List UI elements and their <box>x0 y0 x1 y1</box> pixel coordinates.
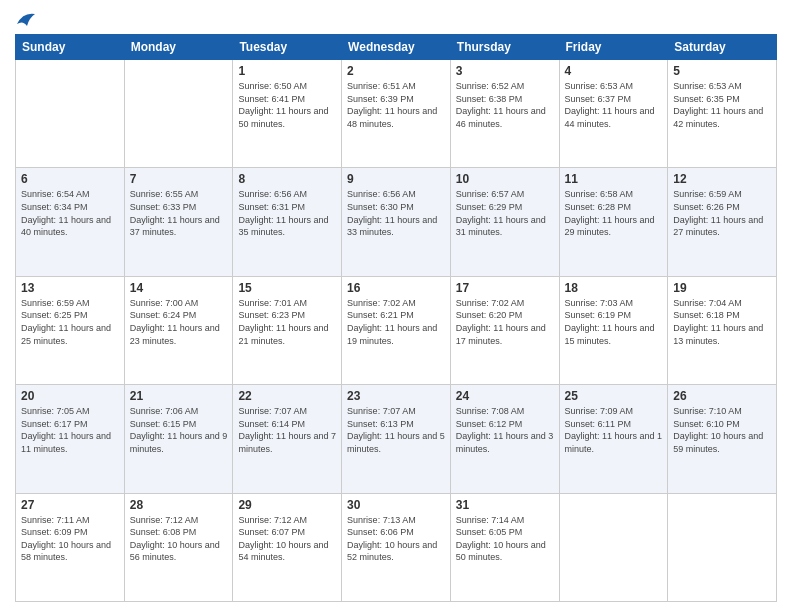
day-info: Sunrise: 6:59 AMSunset: 6:26 PMDaylight:… <box>673 188 771 238</box>
header-wednesday: Wednesday <box>342 35 451 60</box>
day-number: 16 <box>347 281 445 295</box>
day-number: 14 <box>130 281 228 295</box>
calendar-week-row: 1Sunrise: 6:50 AMSunset: 6:41 PMDaylight… <box>16 60 777 168</box>
day-info: Sunrise: 6:55 AMSunset: 6:33 PMDaylight:… <box>130 188 228 238</box>
table-row: 19Sunrise: 7:04 AMSunset: 6:18 PMDayligh… <box>668 276 777 384</box>
table-row: 9Sunrise: 6:56 AMSunset: 6:30 PMDaylight… <box>342 168 451 276</box>
table-row: 15Sunrise: 7:01 AMSunset: 6:23 PMDayligh… <box>233 276 342 384</box>
day-info: Sunrise: 6:54 AMSunset: 6:34 PMDaylight:… <box>21 188 119 238</box>
header-sunday: Sunday <box>16 35 125 60</box>
table-row: 17Sunrise: 7:02 AMSunset: 6:20 PMDayligh… <box>450 276 559 384</box>
day-number: 2 <box>347 64 445 78</box>
day-info: Sunrise: 7:05 AMSunset: 6:17 PMDaylight:… <box>21 405 119 455</box>
day-number: 7 <box>130 172 228 186</box>
day-info: Sunrise: 7:07 AMSunset: 6:14 PMDaylight:… <box>238 405 336 455</box>
day-number: 30 <box>347 498 445 512</box>
table-row: 11Sunrise: 6:58 AMSunset: 6:28 PMDayligh… <box>559 168 668 276</box>
header-saturday: Saturday <box>668 35 777 60</box>
table-row: 21Sunrise: 7:06 AMSunset: 6:15 PMDayligh… <box>124 385 233 493</box>
day-number: 1 <box>238 64 336 78</box>
day-info: Sunrise: 6:56 AMSunset: 6:31 PMDaylight:… <box>238 188 336 238</box>
table-row: 3Sunrise: 6:52 AMSunset: 6:38 PMDaylight… <box>450 60 559 168</box>
day-number: 6 <box>21 172 119 186</box>
table-row: 18Sunrise: 7:03 AMSunset: 6:19 PMDayligh… <box>559 276 668 384</box>
day-number: 19 <box>673 281 771 295</box>
page: Sunday Monday Tuesday Wednesday Thursday… <box>0 0 792 612</box>
header-thursday: Thursday <box>450 35 559 60</box>
calendar-week-row: 6Sunrise: 6:54 AMSunset: 6:34 PMDaylight… <box>16 168 777 276</box>
day-number: 12 <box>673 172 771 186</box>
day-info: Sunrise: 6:53 AMSunset: 6:35 PMDaylight:… <box>673 80 771 130</box>
calendar-week-row: 27Sunrise: 7:11 AMSunset: 6:09 PMDayligh… <box>16 493 777 601</box>
day-number: 24 <box>456 389 554 403</box>
day-number: 8 <box>238 172 336 186</box>
table-row: 24Sunrise: 7:08 AMSunset: 6:12 PMDayligh… <box>450 385 559 493</box>
day-number: 20 <box>21 389 119 403</box>
table-row <box>16 60 125 168</box>
day-number: 28 <box>130 498 228 512</box>
table-row: 25Sunrise: 7:09 AMSunset: 6:11 PMDayligh… <box>559 385 668 493</box>
day-number: 11 <box>565 172 663 186</box>
day-number: 29 <box>238 498 336 512</box>
header-friday: Friday <box>559 35 668 60</box>
day-info: Sunrise: 7:13 AMSunset: 6:06 PMDaylight:… <box>347 514 445 564</box>
day-number: 3 <box>456 64 554 78</box>
table-row: 14Sunrise: 7:00 AMSunset: 6:24 PMDayligh… <box>124 276 233 384</box>
table-row: 8Sunrise: 6:56 AMSunset: 6:31 PMDaylight… <box>233 168 342 276</box>
header <box>15 10 777 28</box>
table-row: 6Sunrise: 6:54 AMSunset: 6:34 PMDaylight… <box>16 168 125 276</box>
table-row: 27Sunrise: 7:11 AMSunset: 6:09 PMDayligh… <box>16 493 125 601</box>
header-tuesday: Tuesday <box>233 35 342 60</box>
table-row <box>559 493 668 601</box>
logo <box>15 10 37 28</box>
day-info: Sunrise: 7:01 AMSunset: 6:23 PMDaylight:… <box>238 297 336 347</box>
day-info: Sunrise: 6:50 AMSunset: 6:41 PMDaylight:… <box>238 80 336 130</box>
day-number: 21 <box>130 389 228 403</box>
calendar-week-row: 13Sunrise: 6:59 AMSunset: 6:25 PMDayligh… <box>16 276 777 384</box>
table-row: 10Sunrise: 6:57 AMSunset: 6:29 PMDayligh… <box>450 168 559 276</box>
day-info: Sunrise: 7:04 AMSunset: 6:18 PMDaylight:… <box>673 297 771 347</box>
day-info: Sunrise: 7:12 AMSunset: 6:07 PMDaylight:… <box>238 514 336 564</box>
calendar-week-row: 20Sunrise: 7:05 AMSunset: 6:17 PMDayligh… <box>16 385 777 493</box>
day-info: Sunrise: 7:10 AMSunset: 6:10 PMDaylight:… <box>673 405 771 455</box>
table-row: 20Sunrise: 7:05 AMSunset: 6:17 PMDayligh… <box>16 385 125 493</box>
day-number: 10 <box>456 172 554 186</box>
day-info: Sunrise: 6:56 AMSunset: 6:30 PMDaylight:… <box>347 188 445 238</box>
table-row: 31Sunrise: 7:14 AMSunset: 6:05 PMDayligh… <box>450 493 559 601</box>
day-number: 9 <box>347 172 445 186</box>
day-number: 15 <box>238 281 336 295</box>
day-info: Sunrise: 7:08 AMSunset: 6:12 PMDaylight:… <box>456 405 554 455</box>
table-row: 30Sunrise: 7:13 AMSunset: 6:06 PMDayligh… <box>342 493 451 601</box>
day-number: 22 <box>238 389 336 403</box>
day-number: 13 <box>21 281 119 295</box>
day-info: Sunrise: 7:02 AMSunset: 6:21 PMDaylight:… <box>347 297 445 347</box>
day-number: 27 <box>21 498 119 512</box>
day-info: Sunrise: 7:09 AMSunset: 6:11 PMDaylight:… <box>565 405 663 455</box>
table-row: 26Sunrise: 7:10 AMSunset: 6:10 PMDayligh… <box>668 385 777 493</box>
table-row: 7Sunrise: 6:55 AMSunset: 6:33 PMDaylight… <box>124 168 233 276</box>
header-monday: Monday <box>124 35 233 60</box>
calendar-table: Sunday Monday Tuesday Wednesday Thursday… <box>15 34 777 602</box>
day-number: 5 <box>673 64 771 78</box>
day-number: 23 <box>347 389 445 403</box>
day-info: Sunrise: 7:11 AMSunset: 6:09 PMDaylight:… <box>21 514 119 564</box>
day-info: Sunrise: 7:03 AMSunset: 6:19 PMDaylight:… <box>565 297 663 347</box>
day-info: Sunrise: 7:14 AMSunset: 6:05 PMDaylight:… <box>456 514 554 564</box>
day-number: 26 <box>673 389 771 403</box>
table-row: 16Sunrise: 7:02 AMSunset: 6:21 PMDayligh… <box>342 276 451 384</box>
logo-bird-icon <box>15 10 37 28</box>
day-info: Sunrise: 6:52 AMSunset: 6:38 PMDaylight:… <box>456 80 554 130</box>
table-row: 13Sunrise: 6:59 AMSunset: 6:25 PMDayligh… <box>16 276 125 384</box>
day-info: Sunrise: 7:00 AMSunset: 6:24 PMDaylight:… <box>130 297 228 347</box>
table-row: 12Sunrise: 6:59 AMSunset: 6:26 PMDayligh… <box>668 168 777 276</box>
day-number: 25 <box>565 389 663 403</box>
day-info: Sunrise: 6:58 AMSunset: 6:28 PMDaylight:… <box>565 188 663 238</box>
table-row: 2Sunrise: 6:51 AMSunset: 6:39 PMDaylight… <box>342 60 451 168</box>
day-info: Sunrise: 7:06 AMSunset: 6:15 PMDaylight:… <box>130 405 228 455</box>
day-info: Sunrise: 7:02 AMSunset: 6:20 PMDaylight:… <box>456 297 554 347</box>
table-row: 28Sunrise: 7:12 AMSunset: 6:08 PMDayligh… <box>124 493 233 601</box>
day-number: 17 <box>456 281 554 295</box>
day-info: Sunrise: 7:12 AMSunset: 6:08 PMDaylight:… <box>130 514 228 564</box>
table-row: 4Sunrise: 6:53 AMSunset: 6:37 PMDaylight… <box>559 60 668 168</box>
day-number: 31 <box>456 498 554 512</box>
